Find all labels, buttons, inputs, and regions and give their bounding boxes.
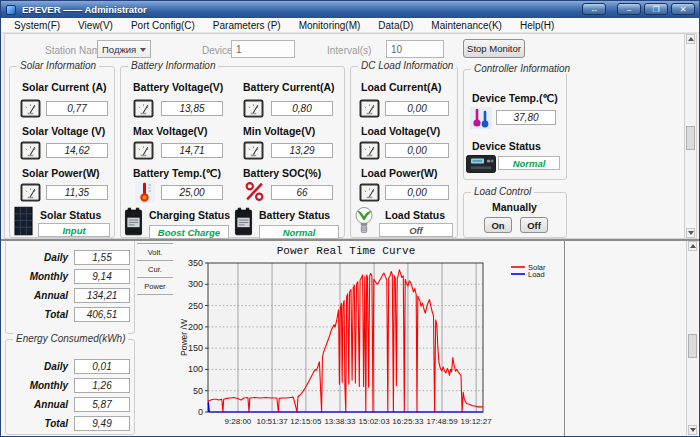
menu-data[interactable]: Data(D)	[369, 18, 422, 33]
menu-bar: System(F) View(V) Port Config(C) Paramet…	[1, 18, 699, 33]
battery-voltage-label: Battery Voltage(V)	[133, 81, 223, 93]
dual-thermometer-icon	[470, 107, 492, 129]
solar-power-value: 11,35	[46, 185, 108, 200]
dc-load-information-group: DC Load Information Load Current(A) 0,00…	[350, 66, 458, 238]
bulb-icon	[354, 206, 374, 238]
chart-panel: Daily 1,55 Monthly 9,14 Annual 134,21 To…	[1, 241, 699, 436]
scrollbar-thumb[interactable]	[686, 126, 695, 150]
upper-scrollbar	[684, 34, 696, 238]
device-status-label: Device Status	[472, 140, 541, 152]
scroll-up-arrow[interactable]	[688, 241, 697, 251]
chart-mode-buttons: Volt. Cur. Power	[137, 243, 173, 295]
energy-generated-group: Daily 1,55 Monthly 9,14 Annual 134,21 To…	[5, 241, 135, 334]
monitor-panel: Station Name Поджия Device ID 1 Interval…	[4, 33, 697, 239]
power-curve-button[interactable]: Power	[137, 278, 173, 295]
svg-text:15:02:03: 15:02:03	[359, 417, 391, 426]
svg-text:9:28:00: 9:28:00	[225, 417, 252, 426]
load-control-title: Load Control	[471, 186, 534, 197]
interval-label: Interval(s)	[327, 45, 371, 56]
minimize-button[interactable]: –	[617, 3, 641, 15]
meter-icon	[359, 141, 380, 160]
menu-view[interactable]: View(V)	[69, 18, 122, 33]
solar-panel-icon	[14, 206, 33, 237]
menu-port-config[interactable]: Port Config(C)	[122, 18, 204, 33]
solar-current-label: Solar Current (A)	[22, 81, 107, 93]
generated-annual-label: Annual	[8, 290, 68, 301]
solar-voltage-label: Solar Voltage (V)	[22, 125, 105, 137]
app-icon	[6, 5, 16, 15]
scrollbar-thumb[interactable]	[688, 334, 697, 358]
load-on-button[interactable]: On	[484, 217, 512, 233]
battery-icon	[124, 207, 143, 236]
solar-status-label: Solar Status	[40, 209, 101, 221]
controller-information-group: Controller Information Device Temp.(℃) 3…	[463, 69, 567, 180]
battery-information-group: Battery Information Battery Voltage(V) B…	[120, 66, 345, 238]
app-window: EPEVER —— Administrator ↔ – ❐ ✕ System(F…	[0, 0, 700, 437]
solar-status-value: Input	[38, 223, 110, 237]
svg-text:Load: Load	[528, 270, 545, 279]
svg-text:300: 300	[188, 279, 203, 289]
percent-icon	[245, 181, 264, 202]
load-power-label: Load Power(W)	[361, 167, 437, 179]
chart-area-divider	[564, 241, 565, 436]
consumed-total-value: 9,49	[74, 416, 130, 431]
svg-text:0: 0	[198, 407, 203, 417]
solar-voltage-value: 14,62	[46, 143, 108, 158]
generated-monthly-value: 9,14	[74, 269, 130, 284]
svg-text:350: 350	[188, 258, 203, 268]
power-real-time-curve-chart: 0501001502002503003509:28:0010:51:3712:1…	[176, 241, 566, 436]
consumed-annual-label: Annual	[8, 399, 68, 410]
scroll-down-arrow[interactable]	[688, 425, 697, 435]
max-voltage-label: Max Voltage(V)	[133, 125, 207, 137]
scroll-down-arrow[interactable]	[686, 228, 695, 238]
resize-toggle-button[interactable]: ↔	[582, 3, 606, 15]
battery-voltage-value: 13,85	[161, 101, 223, 116]
volt-curve-button[interactable]: Volt.	[137, 244, 173, 261]
load-off-button[interactable]: Off	[520, 217, 548, 233]
charging-status-value: Boost Charge	[149, 225, 229, 239]
battery-soc-value: 66	[271, 185, 333, 200]
lower-scrollbar	[686, 241, 698, 435]
window-title: EPEVER —— Administrator	[22, 4, 147, 15]
meter-icon	[20, 99, 41, 118]
min-voltage-label: Min Voltage(V)	[243, 125, 315, 137]
menu-system[interactable]: System(F)	[5, 18, 69, 33]
device-id-input[interactable]: 1	[231, 40, 295, 58]
battery-group-title: Battery Information	[128, 60, 218, 71]
device-temp-label: Device Temp.(℃)	[472, 92, 558, 104]
consumed-total-label: Total	[8, 418, 68, 429]
menu-help[interactable]: Help(H)	[511, 18, 563, 33]
menu-monitoring[interactable]: Monitoring(M)	[290, 18, 370, 33]
energy-consumed-group: Energy Consumed(kWh) Daily 0,01 Monthly …	[5, 339, 135, 435]
svg-text:Power /W: Power /W	[179, 319, 189, 356]
consumed-monthly-value: 1,26	[74, 378, 130, 393]
energy-consumed-title: Energy Consumed(kWh)	[13, 333, 128, 344]
station-name-select[interactable]: Поджия	[97, 40, 151, 58]
load-power-value: 0,00	[385, 185, 449, 200]
maximize-button[interactable]: ❐	[644, 3, 668, 15]
manually-label: Manually	[492, 201, 537, 213]
scroll-up-arrow[interactable]	[686, 34, 695, 44]
svg-text:200: 200	[188, 322, 203, 332]
meter-icon	[20, 141, 41, 160]
generated-monthly-label: Monthly	[8, 271, 68, 282]
stop-monitor-button[interactable]: Stop Monitor	[463, 39, 525, 58]
consumed-annual-value: 5,87	[74, 397, 130, 412]
max-voltage-value: 14,71	[161, 143, 223, 158]
svg-text:16:25:33: 16:25:33	[392, 417, 424, 426]
load-status-label: Load Status	[385, 209, 445, 221]
solar-power-label: Solar Power(W)	[22, 167, 100, 179]
current-curve-button[interactable]: Cur.	[137, 261, 173, 278]
battery-icon	[234, 207, 253, 236]
load-voltage-value: 0,00	[385, 143, 449, 158]
dropdown-arrow-icon	[140, 48, 146, 52]
interval-input[interactable]: 10	[386, 40, 444, 58]
battery-temp-label: Battery Temp.(℃)	[133, 167, 221, 179]
close-button[interactable]: ✕	[671, 3, 695, 15]
thermometer-icon	[135, 181, 155, 203]
menu-parameters[interactable]: Parameters (P)	[204, 18, 290, 33]
svg-text:150: 150	[188, 343, 203, 353]
menu-maintenance[interactable]: Maintenance(K)	[422, 18, 511, 33]
generated-total-value: 406,51	[74, 307, 130, 322]
meter-icon	[133, 141, 154, 160]
